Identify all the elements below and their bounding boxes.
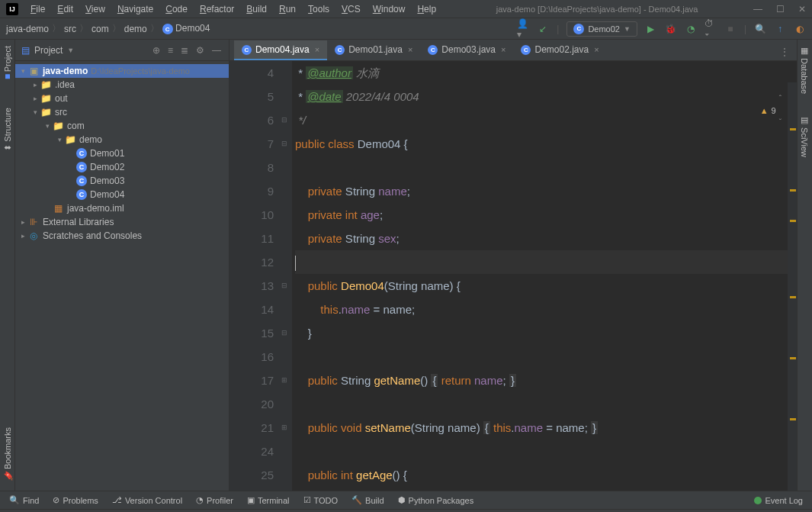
tree-node-class[interactable]: CDemo03: [15, 174, 229, 188]
profiler-button[interactable]: ⏱▾: [704, 23, 717, 35]
build-tool-tab[interactable]: 🔨 Build: [351, 495, 384, 505]
code-line[interactable]: * @date 2022/4/4 0004: [295, 85, 797, 108]
event-log-tool-tab[interactable]: Event Log: [754, 496, 803, 505]
code-line[interactable]: [295, 392, 797, 416]
line-number[interactable]: 14: [229, 298, 274, 321]
line-number[interactable]: 9: [229, 179, 274, 203]
code-line[interactable]: private String name;: [295, 179, 797, 203]
sciview-tool-tab[interactable]: ▤ SciView: [800, 112, 810, 160]
expand-all-icon[interactable]: ≡: [166, 43, 175, 57]
code-line[interactable]: [295, 440, 797, 463]
minimize-button[interactable]: —: [753, 4, 762, 14]
line-number[interactable]: 24: [229, 440, 274, 463]
editor-tab[interactable]: CDemo02.java×: [513, 40, 606, 60]
line-number[interactable]: 7: [229, 132, 274, 156]
maximize-button[interactable]: ☐: [776, 4, 785, 14]
tree-node-project-root[interactable]: ▾▣ java-demo D:\IdeaProjects\java-demo: [15, 64, 229, 78]
line-number[interactable]: 11: [229, 227, 274, 250]
menu-build[interactable]: Build: [242, 2, 271, 16]
menu-edit[interactable]: Edit: [53, 2, 78, 16]
editor-tab[interactable]: CDemo03.java×: [420, 40, 513, 60]
tree-node-src[interactable]: ▾📁src: [15, 105, 229, 119]
coverage-button[interactable]: ◔: [685, 23, 697, 35]
line-number[interactable]: 16: [229, 345, 274, 369]
inspection-badge[interactable]: ▲ 9 ˆ ˇ: [760, 87, 782, 134]
hide-panel-icon[interactable]: —: [210, 43, 223, 57]
code-line[interactable]: */: [295, 108, 797, 132]
fold-icon[interactable]: ⊟: [278, 132, 290, 156]
debug-button[interactable]: 🐞: [665, 23, 677, 35]
structure-tool-tab[interactable]: ⬍ Structure: [2, 105, 12, 154]
menu-run[interactable]: Run: [274, 2, 300, 16]
menu-code[interactable]: Code: [161, 2, 192, 16]
code-line[interactable]: private String sex;: [295, 227, 797, 250]
breadcrumb-item[interactable]: C Demo04: [162, 23, 210, 35]
line-number[interactable]: 4: [229, 61, 274, 85]
menu-vcs[interactable]: VCS: [337, 2, 365, 16]
line-number[interactable]: 13: [229, 274, 274, 298]
version-control-tool-tab[interactable]: ⎇ Version Control: [112, 495, 182, 505]
error-stripe[interactable]: ▲ 9 ˆ ˇ: [788, 82, 797, 491]
sync-icon[interactable]: ↑: [774, 23, 786, 35]
code-line[interactable]: public String getName() { return name; }: [295, 369, 797, 392]
line-number[interactable]: 10: [229, 203, 274, 227]
code-line[interactable]: [295, 250, 797, 274]
collapse-all-icon[interactable]: ≣: [179, 43, 190, 57]
tree-node-idea[interactable]: ▸📁.idea: [15, 78, 229, 92]
code-line[interactable]: [295, 156, 797, 179]
breadcrumb-item[interactable]: demo: [124, 24, 147, 34]
code-line[interactable]: public void setName(String name) { this.…: [295, 416, 797, 440]
settings-icon[interactable]: ⚙: [194, 43, 206, 57]
close-tab-icon[interactable]: ×: [408, 45, 412, 54]
tree-node-com[interactable]: ▾📁com: [15, 119, 229, 133]
stop-button[interactable]: ■: [724, 23, 737, 35]
code-line[interactable]: public Demo04(String name) {: [295, 274, 797, 298]
breadcrumb-item[interactable]: src: [64, 24, 76, 34]
fold-icon[interactable]: ⊟: [278, 274, 290, 298]
code-line[interactable]: }: [295, 321, 797, 345]
todo-tool-tab[interactable]: ☑ TODO: [303, 495, 339, 505]
tree-node-scratches[interactable]: ▸◎Scratches and Consoles: [15, 229, 229, 243]
code-line[interactable]: [295, 345, 797, 369]
tree-node-out[interactable]: ▸📁out: [15, 92, 229, 105]
profiler-tool-tab[interactable]: ◔ Profiler: [196, 495, 233, 505]
tree-node-class[interactable]: CDemo04: [15, 188, 229, 201]
project-tool-tab[interactable]: Project: [3, 43, 12, 82]
line-number[interactable]: 15: [229, 321, 274, 345]
database-tool-tab[interactable]: ▦ Database: [800, 43, 810, 97]
fold-icon[interactable]: ⊞: [278, 416, 290, 440]
menu-view[interactable]: View: [81, 2, 110, 16]
git-update-icon[interactable]: ↙: [537, 23, 549, 35]
problems-tool-tab[interactable]: ⊘ Problems: [53, 495, 98, 505]
code-line[interactable]: * @author 水滴: [295, 61, 797, 85]
tree-node-iml[interactable]: ▦java-demo.iml: [15, 201, 229, 215]
fold-icon[interactable]: ⊞: [278, 369, 290, 392]
tabs-menu-icon[interactable]: ⋮: [772, 43, 797, 60]
line-number[interactable]: 12: [229, 250, 274, 274]
code-editor[interactable]: 456789101112131415161720212425⊟⊟⊟⊟⊞⊞ * @…: [229, 61, 797, 491]
terminal-tool-tab[interactable]: ▣ Terminal: [247, 495, 290, 505]
close-tab-icon[interactable]: ×: [594, 45, 599, 54]
menu-help[interactable]: Help: [412, 2, 441, 16]
line-number[interactable]: 25: [229, 463, 274, 487]
code-line[interactable]: this.name = name;: [295, 298, 797, 321]
menu-window[interactable]: Window: [368, 2, 410, 16]
close-button[interactable]: ✕: [798, 4, 806, 14]
menu-navigate[interactable]: Navigate: [113, 2, 158, 16]
run-button[interactable]: ▶: [645, 23, 657, 35]
fold-icon[interactable]: ⊟: [278, 108, 290, 132]
add-user-icon[interactable]: 👤▾: [517, 23, 529, 35]
search-everywhere-icon[interactable]: 🔍: [754, 23, 766, 35]
tree-node-class[interactable]: CDemo01: [15, 147, 229, 160]
close-tab-icon[interactable]: ×: [501, 45, 505, 54]
menu-file[interactable]: File: [26, 2, 50, 16]
locate-icon[interactable]: ⊕: [151, 43, 162, 57]
line-number[interactable]: 5: [229, 85, 274, 108]
code-line[interactable]: private int age;: [295, 203, 797, 227]
breadcrumb-item[interactable]: com: [91, 24, 109, 34]
tree-node-demo[interactable]: ▾📁demo: [15, 133, 229, 147]
breadcrumb-item[interactable]: java-demo: [6, 24, 49, 34]
bookmarks-tool-tab[interactable]: 🔖 Bookmarks: [2, 424, 12, 485]
tree-node-external-libs[interactable]: ▸⊪External Libraries: [15, 215, 229, 229]
editor-tab[interactable]: CDemo01.java×: [327, 40, 420, 60]
